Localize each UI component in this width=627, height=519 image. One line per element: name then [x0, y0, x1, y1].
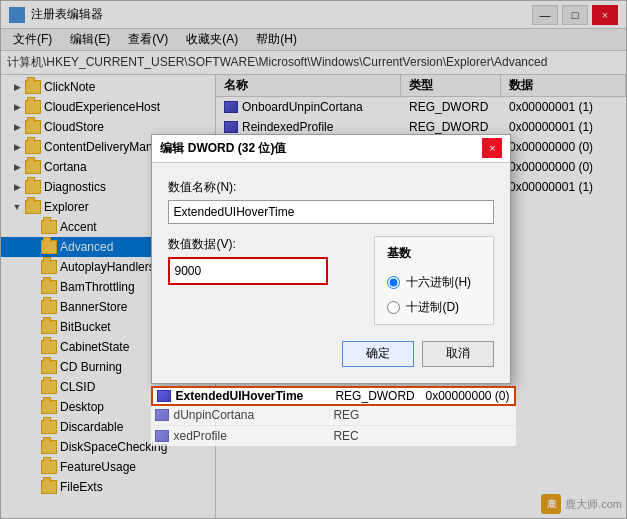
dialog-data-label: 数值数据(V):	[168, 236, 358, 253]
partial-list-row-2: xedProfile REC	[151, 426, 515, 446]
dialog-buttons: 确定 取消	[168, 341, 494, 367]
dec-radio-row: 十进制(D)	[387, 299, 481, 316]
dialog-name-input[interactable]	[168, 200, 494, 224]
dec-label[interactable]: 十进制(D)	[406, 299, 459, 316]
dec-radio[interactable]	[387, 301, 400, 314]
dialog-value-input[interactable]	[168, 257, 328, 285]
dialog-close-button[interactable]: ×	[482, 138, 502, 158]
partial-row-1-type: REG	[333, 408, 423, 422]
edit-dword-dialog: 编辑 DWORD (32 位)值 × 数值名称(N): 数值数据(V): 基数	[151, 134, 511, 384]
partial-row-2-name: xedProfile	[173, 429, 333, 443]
dialog-radix-section: 基数 十六进制(H) 十进制(D)	[374, 236, 494, 325]
highlighted-row-data: 0x00000000 (0)	[425, 389, 509, 403]
dialog-overlay: 编辑 DWORD (32 位)值 × 数值名称(N): 数值数据(V): 基数	[1, 1, 626, 518]
dialog-body: 数值名称(N): 数值数据(V): 基数 十六进制(H)	[152, 163, 510, 383]
highlighted-row-type: REG_DWORD	[335, 389, 425, 403]
dialog-radix-title: 基数	[387, 245, 481, 262]
partial-row-1-name: dUnpinCortana	[173, 408, 333, 422]
dialog-ok-button[interactable]: 确定	[342, 341, 414, 367]
registry-value-icon	[155, 409, 169, 421]
registry-value-icon	[155, 430, 169, 442]
dialog-row: 数值数据(V): 基数 十六进制(H) 十进制(D)	[168, 236, 494, 325]
hex-label[interactable]: 十六进制(H)	[406, 274, 471, 291]
partial-row-2-type: REC	[333, 429, 423, 443]
highlighted-row-name: ExtendedUIHoverTime	[175, 389, 335, 403]
dialog-title: 编辑 DWORD (32 位)值	[160, 140, 286, 157]
partial-list-row-1: dUnpinCortana REG	[151, 406, 515, 426]
highlighted-list-row[interactable]: ExtendedUIHoverTime REG_DWORD 0x00000000…	[151, 386, 515, 406]
hex-radio[interactable]	[387, 276, 400, 289]
dialog-cancel-button[interactable]: 取消	[422, 341, 494, 367]
dialog-name-label: 数值名称(N):	[168, 179, 494, 196]
hex-radio-row: 十六进制(H)	[387, 274, 481, 291]
registry-editor-window: 注册表编辑器 — □ × 文件(F) 编辑(E) 查看(V) 收藏夹(A) 帮助…	[0, 0, 627, 519]
registry-value-icon	[157, 390, 171, 402]
dialog-title-bar: 编辑 DWORD (32 位)值 ×	[152, 135, 510, 163]
